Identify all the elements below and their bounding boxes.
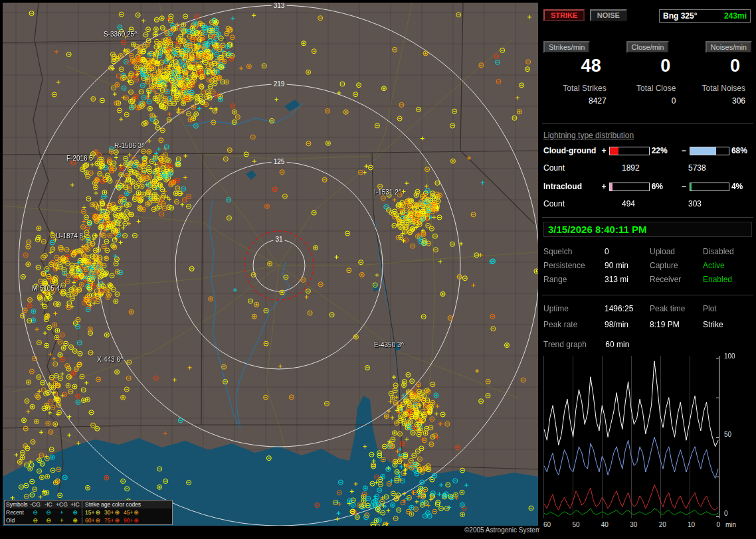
copyright-text: ©2005 Astrogenic Systems [464, 526, 544, 534]
cg-positive-bar [609, 147, 649, 155]
legend-old-label: Old [6, 517, 29, 524]
upload-label: Upload [650, 247, 703, 256]
minus-sign: − [680, 182, 688, 191]
old-neg-ic-icon: ⊖ [42, 518, 55, 524]
datetime-display: 3/15/2026 8:40:11 PM [543, 222, 752, 237]
totals-grid: Total Strikes Total Close Total Noises 8… [543, 84, 752, 106]
range-value: 313 mi [605, 275, 650, 284]
trend-graph-canvas [543, 356, 720, 518]
strikes-per-min-button[interactable]: Strikes/min [543, 41, 590, 53]
total-noises-label: Total Noises [682, 84, 752, 93]
age-code-75: 75+⊕ [104, 517, 120, 524]
trend-graph-header: Trend graph 60 min [543, 340, 752, 349]
age-75-label: 75+ [104, 517, 114, 524]
x-tick-60: 60 [543, 521, 551, 528]
ic-positive-bar [609, 183, 649, 191]
legend-symbols-header: Symbols [6, 501, 29, 508]
settings-grid: Squelch 0 Upload Disabled Persistence 90… [543, 247, 752, 284]
peak-rate-label: Peak rate [543, 320, 605, 329]
recent-pos-ic-icon: ⊕ [68, 510, 82, 516]
trend-graph-label: Trend graph [543, 340, 603, 349]
y-axis-tick-100: 100 [724, 352, 735, 360]
minus-sign: − [680, 146, 688, 155]
recent-neg-ic-icon: ⊖ [42, 510, 55, 516]
age-90-label: 90+ [124, 517, 133, 524]
distribution-title: Lightning type distribution [543, 131, 752, 140]
x-tick-50: 50 [572, 521, 579, 528]
status-panel: STRIKE NOISE Bng 325° 243mi Strikes/min … [539, 0, 756, 539]
recent-pos-cg-icon: + [55, 510, 68, 516]
cg-negative-bar [690, 147, 729, 155]
close-per-min-button[interactable]: Close/min [626, 41, 670, 53]
plus-sign: + [601, 182, 608, 191]
x-axis-unit: min [725, 521, 736, 528]
plus-sign: + [601, 146, 608, 155]
age-60-icon: ⊕ [95, 518, 100, 524]
x-tick-20: 20 [659, 521, 666, 528]
squelch-label: Squelch [543, 247, 605, 256]
cg-negative-pct: 68% [731, 146, 752, 155]
map-canvas[interactable] [3, 3, 538, 526]
total-strikes-label: Total Strikes [543, 84, 613, 93]
x-tick-10: 10 [688, 521, 695, 528]
upload-status: Disabled [703, 247, 752, 256]
persistence-label: Persistence [543, 261, 605, 270]
divider [542, 295, 753, 295]
capture-label: Capture [650, 261, 703, 270]
age-code-45: 45+⊕ [124, 509, 139, 516]
intracloud-count-row: Count 494 303 [543, 199, 752, 208]
old-pos-ic-icon: ⊕ [68, 518, 82, 524]
age-90-icon: ⊕ [134, 518, 139, 524]
age-code-15: 15+⊕ [85, 509, 100, 516]
legend-old-row: Old ⊖ ⊖ + ⊕ 60+⊕ 75+⊕ 90+⊕ [5, 516, 172, 524]
strike-mode-button[interactable]: STRIKE [543, 9, 585, 21]
age-15-icon: ⊕ [95, 510, 100, 516]
old-neg-cg-icon: ⊖ [29, 518, 42, 524]
ic-positive-count: 494 [622, 199, 688, 208]
total-close-label: Total Close [613, 84, 683, 93]
age-75-icon: ⊕ [114, 518, 120, 524]
rate-values-row: 48 0 0 [543, 56, 752, 76]
legend-col-neg-cg: -CG [29, 501, 42, 508]
trend-window-value: 60 min [605, 340, 629, 349]
age-code-60: 60+⊕ [85, 517, 100, 524]
age-45-icon: ⊕ [134, 510, 139, 516]
map-legend: Symbols -CG -IC +CG +IC Strike age color… [4, 500, 173, 525]
ic-positive-bar-fill [610, 183, 613, 191]
x-tick-40: 40 [601, 521, 609, 528]
capture-status: Active [703, 261, 752, 270]
ic-negative-bar-fill [690, 183, 692, 191]
divider [542, 217, 753, 218]
bearing-display: Bng 325° 243mi [659, 9, 751, 23]
cg-negative-count: 5738 [688, 163, 706, 173]
legend-recent-label: Recent [6, 509, 29, 516]
age-15-label: 15+ [85, 509, 94, 516]
uptime-label: Uptime [543, 304, 605, 313]
cloud-ground-row: Cloud-ground + 22% − 68% [543, 146, 752, 155]
ic-negative-count: 303 [688, 199, 702, 208]
legend-ages-row-2: 60+⊕ 75+⊕ 90+⊕ [82, 517, 171, 524]
total-strikes-value: 8427 [543, 96, 613, 106]
age-code-30: 30+⊕ [104, 509, 120, 516]
ic-negative-pct: 4% [731, 182, 752, 191]
noise-mode-button[interactable]: NOISE [590, 9, 627, 21]
lightning-map[interactable]: 31321912531S-3360 25^F-2016 5R-1586 3^U-… [3, 3, 538, 526]
peak-time-label: Peak time [650, 304, 703, 313]
legend-col-neg-ic: -IC [42, 501, 55, 508]
intracloud-label: Intracloud [543, 182, 601, 191]
peak-rate-value: 98/min [605, 320, 650, 329]
legend-col-pos-ic: +IC [68, 501, 82, 508]
legend-header-row: Symbols -CG -IC +CG +IC Strike age color… [5, 501, 172, 508]
legend-age-title: Strike age color codes [82, 501, 171, 508]
session-grid: Uptime 1496:25 Peak time Plot Peak rate … [543, 304, 752, 329]
rate-header-row: Strikes/min Close/min Noises/min [543, 41, 752, 53]
legend-col-pos-cg: +CG [55, 501, 68, 508]
squelch-value: 0 [605, 247, 650, 256]
y-axis-tick-50: 50 [724, 431, 731, 438]
range-label: Range [543, 275, 605, 284]
cg-negative-bar-fill [690, 147, 717, 155]
strikes-per-min-value: 48 [543, 56, 613, 76]
x-axis-ticks: 60 50 40 30 20 10 0 [543, 521, 720, 528]
bearing-range: 243mi [724, 11, 747, 21]
noises-per-min-button[interactable]: Noises/min [706, 41, 752, 53]
